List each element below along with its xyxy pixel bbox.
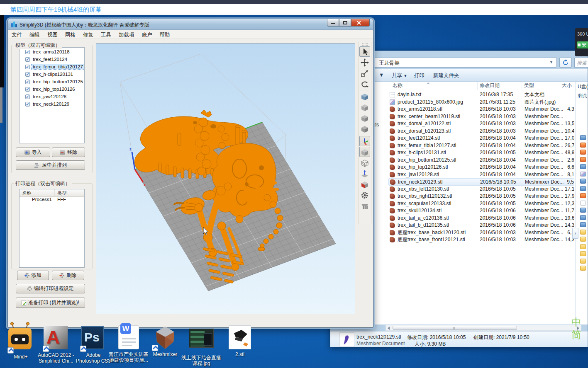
close-button[interactable]	[351, 19, 370, 27]
column-header-date[interactable]: 修改日期	[480, 82, 500, 90]
file-row[interactable]: trex_hip_top120126.stl2016/5/18 10:04Mes…	[388, 164, 574, 171]
remove-button[interactable]: − 移除	[52, 148, 85, 157]
desktop-icon-stl[interactable]: 2.stl	[217, 325, 263, 357]
file-row[interactable]: trex_tail_a_c120136.stl2016/5/18 10:06Me…	[388, 215, 574, 222]
ppt-icon[interactable]	[580, 143, 586, 148]
edit-process-button[interactable]: 编辑打印进程设定	[16, 284, 85, 293]
rotate-tool-icon[interactable]	[359, 79, 370, 89]
scrollbar-thumb[interactable]	[393, 326, 517, 330]
support-structures-icon[interactable]	[359, 201, 370, 211]
folder-blue-icon[interactable]	[580, 179, 586, 184]
search-input[interactable]: 搜索 霸	[574, 58, 588, 68]
usb-safe-eject-button[interactable]: 安	[577, 41, 588, 48]
menu-item[interactable]: 工具	[97, 30, 115, 39]
machine-control-icon[interactable]	[359, 190, 370, 200]
pane-expander-button[interactable]: ›	[572, 228, 578, 239]
file-row[interactable]: trex_center_beam120119.stl2016/5/18 10:0…	[388, 113, 574, 121]
simplify3d-titlebar[interactable]: Simplify3D (授权给中国人)by：晓龙汉化翻译 吾爱破解专版	[8, 19, 373, 30]
model-checkbox-icon[interactable]: ✓	[25, 57, 30, 62]
minimize-button[interactable]	[327, 19, 339, 27]
center-arrange-button[interactable]: 居中并排列	[16, 160, 85, 170]
folder-icon[interactable]	[580, 244, 586, 249]
file-row[interactable]: trex_skull120134.stl2016/5/18 10:06Meshm…	[388, 207, 574, 215]
coordinate-axes-icon[interactable]	[359, 136, 370, 146]
import-button[interactable]: + 导入	[16, 148, 50, 157]
doc-icon[interactable]	[580, 201, 586, 206]
column-header-size[interactable]: 大小	[562, 82, 572, 90]
folder-blue-icon[interactable]	[580, 186, 586, 191]
file-row[interactable]: trex_hip_bottom120125.stl2016/5/18 10:04…	[388, 157, 574, 164]
file-row[interactable]: trex_neck120129.stl2016/5/18 10:05Meshmi…	[388, 178, 574, 186]
scroll-left-icon[interactable]	[388, 327, 390, 330]
file-row[interactable]: trex_scapulas120133.stl2016/5/18 10:05Me…	[388, 200, 574, 208]
folder-icon[interactable]	[580, 266, 586, 271]
toolbar-partial-caret[interactable]: ▼	[379, 72, 384, 78]
process-row[interactable]: Process1FFF	[20, 197, 84, 204]
menu-item[interactable]: 编辑	[26, 30, 44, 39]
model-checkbox-icon[interactable]: ✓	[25, 65, 30, 69]
folder-blue-icon[interactable]	[580, 208, 586, 213]
file-row[interactable]: product_120115_800x600.jpg2017/5/31 11:2…	[388, 99, 574, 106]
share-button[interactable]: 共享 ▼	[392, 72, 407, 79]
process-table-header[interactable]: 名称类型	[20, 189, 84, 197]
file-row[interactable]: trex_ribs_right120132.stl2016/5/18 10:05…	[388, 193, 574, 200]
prepare-print-button[interactable]: ✓ 准备打印 (切片并预览)!	[16, 298, 85, 308]
image-icon[interactable]	[580, 172, 586, 177]
refresh-button[interactable]	[559, 58, 572, 68]
folder-blue-icon[interactable]	[580, 164, 586, 169]
folder-blue-icon[interactable]	[580, 215, 586, 220]
menu-item[interactable]: 文件	[8, 30, 26, 39]
menu-item[interactable]: 视图	[44, 30, 61, 39]
menu-item[interactable]: 加载项	[115, 30, 138, 39]
model-list-item[interactable]: ✓trex_h-clips120131	[25, 71, 84, 77]
file-row[interactable]: trex_dorsal_b120123.stl2016/5/18 10:03Me…	[388, 128, 574, 135]
ppt-icon[interactable]	[580, 150, 586, 155]
file-row[interactable]: trex_femur_tibia120127.stl2016/5/18 10:0…	[388, 142, 574, 150]
horizontal-scrollbar[interactable]	[385, 325, 581, 331]
maximize-button[interactable]	[339, 19, 351, 27]
folder-blue-icon[interactable]	[580, 222, 586, 227]
menu-item[interactable]: 账户	[138, 30, 156, 39]
model-checkbox-icon[interactable]: ✓	[25, 94, 30, 99]
folder-blue-icon[interactable]	[580, 135, 586, 140]
select-cursor-tool[interactable]	[359, 46, 370, 57]
model-list[interactable]: ✓trex_arms120118✓trex_feet120124✓trex_fe…	[19, 47, 85, 143]
folder-icon[interactable]	[580, 259, 586, 264]
model-checkbox-icon[interactable]: ✓	[25, 102, 30, 107]
column-header-type[interactable]: 类型	[524, 82, 534, 90]
column-header-name[interactable]: 名称	[393, 82, 403, 90]
model-list-item[interactable]: ✓trex_neck120129	[25, 101, 84, 107]
view-top-icon[interactable]	[359, 102, 370, 112]
model-checkbox-icon[interactable]: ✓	[25, 80, 30, 84]
print-button[interactable]: 打印	[414, 72, 425, 79]
model-list-item[interactable]: ✓trex_femur_tibia120127	[25, 63, 84, 70]
file-row[interactable]: trex_tail_b_d120135.stl2016/5/18 10:06Me…	[388, 222, 574, 229]
add-process-button[interactable]: + 添加	[17, 271, 49, 280]
file-row[interactable]: trex_arms120118.stl2016/5/18 10:03Meshmi…	[388, 106, 574, 113]
view-front-icon[interactable]	[359, 113, 370, 123]
folder-icon[interactable]	[580, 230, 586, 235]
surface-normal-icon[interactable]	[359, 168, 370, 179]
file-row[interactable]: trex_dorsal_a120122.stl2016/5/18 10:03Me…	[388, 120, 574, 128]
cross-section-icon[interactable]	[359, 179, 370, 189]
view-side-icon[interactable]	[359, 123, 370, 134]
delete-process-button[interactable]: − 删除	[52, 271, 84, 280]
menu-item[interactable]: 修复	[79, 30, 97, 39]
menu-item[interactable]: 帮助	[156, 30, 174, 39]
model-checkbox-icon[interactable]: ✓	[25, 72, 30, 77]
new-folder-button[interactable]: 新建文件夹	[433, 72, 459, 79]
folder-icon[interactable]	[580, 251, 586, 256]
view-iso-icon[interactable]	[359, 91, 370, 102]
process-table[interactable]: 名称类型 Process1FFF	[19, 189, 85, 268]
file-row[interactable]: 底座trex_base_front120121.stl2016/5/18 10:…	[388, 236, 574, 244]
model-checkbox-icon[interactable]: ✓	[25, 87, 30, 92]
move-tool-icon[interactable]	[359, 57, 370, 68]
file-row[interactable]: trex_jaw120128.stl2016/5/18 10:04Meshmix…	[388, 171, 574, 179]
model-list-item[interactable]: ✓trex_hip_top120126	[25, 86, 84, 92]
ppt-icon[interactable]	[580, 157, 586, 162]
file-row[interactable]: trex_feet120124.stl2016/5/18 10:04Meshmi…	[388, 135, 574, 142]
folder-icon[interactable]	[580, 237, 586, 242]
file-row[interactable]: dayin.la.txt2016/3/8 17:35文本文档	[388, 91, 574, 99]
menu-item[interactable]: 网格	[61, 30, 79, 39]
model-list-item[interactable]: ✓trex_arms120118	[25, 48, 84, 55]
